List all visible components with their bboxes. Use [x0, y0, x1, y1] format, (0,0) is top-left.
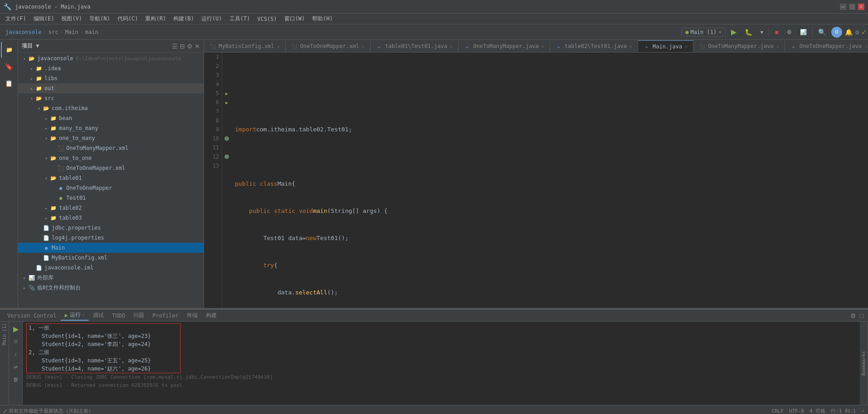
menu-run[interactable]: 运行(U) [198, 14, 226, 24]
close-button[interactable]: ✕ [858, 4, 864, 10]
tree-item-javaconsole[interactable]: 📂 javaconsole E:\IdeaProjects\javapro\ja… [18, 53, 204, 63]
status-indent[interactable]: 4 空格 [809, 408, 825, 414]
tree-item-out[interactable]: 📁 out [18, 83, 204, 93]
tab-onetomanymapper-xml[interactable]: ⬛ OneToManyMapper.java ✕ [693, 40, 785, 52]
menu-nav[interactable]: 导航(N) [86, 14, 114, 24]
menu-tools[interactable]: 工具(T) [226, 14, 254, 24]
bottom-tab-debug[interactable]: 调试 [89, 311, 107, 320]
tab-close-onetomanymapper-xml[interactable]: ✕ [776, 44, 779, 49]
breadcrumb-src[interactable]: src [49, 29, 59, 35]
tree-item-table03[interactable]: 📁 table03 [18, 213, 204, 223]
tree-item-main[interactable]: ● Main [18, 243, 204, 253]
menu-help[interactable]: 帮助(H) [308, 14, 336, 24]
breadcrumb-main[interactable]: Main [65, 29, 78, 35]
breadcrumb-app[interactable]: javaconsole [5, 29, 41, 35]
tree-item-libs[interactable]: 📁 libs [18, 73, 204, 83]
tab-table02-test01[interactable]: ☕ table02\Test01.java ✕ [550, 40, 638, 52]
tree-item-iml[interactable]: 📄 javaconsole.iml [18, 263, 204, 273]
bottom-tab-problems[interactable]: 问题 [130, 311, 148, 320]
tree-item-log4j-props[interactable]: 📄 log4j.properties [18, 233, 204, 243]
tree-item-src[interactable]: 📂 src [18, 93, 204, 103]
console-stop-button[interactable]: ■ [10, 336, 21, 347]
sidebar-hide-button[interactable]: ✕ [195, 43, 200, 50]
tab-close-table01-test01[interactable]: ✕ [450, 44, 453, 49]
project-panel-button[interactable]: 📁 [1, 42, 17, 58]
tree-item-many-to-many[interactable]: 📁 many_to_many [18, 123, 204, 133]
tree-item-onetoone-xml[interactable]: ⬛ OneToOneMapper.xml [18, 163, 204, 173]
tab-close-table02-test01[interactable]: ✕ [629, 44, 632, 49]
tree-item-table01[interactable]: 📂 table01 [18, 173, 204, 183]
search-button[interactable]: 🔍 [815, 28, 829, 37]
menu-build[interactable]: 构建(B) [170, 14, 198, 24]
bookmarks-button[interactable]: 🔖 [1, 58, 17, 75]
console-scroll-button[interactable]: ↕ [10, 349, 21, 360]
run-tab-close[interactable]: ✕ [83, 313, 85, 318]
attach-button[interactable]: ⚙ [784, 28, 795, 36]
minimize-button[interactable]: ─ [840, 4, 846, 10]
tree-item-onetoonemapper[interactable]: ● OneToOneMapper [18, 183, 204, 193]
status-encoding[interactable]: UTF-8 [789, 408, 804, 414]
tab-close-main-java[interactable]: ✕ [685, 44, 688, 49]
coverage-button[interactable]: 📊 [797, 28, 809, 36]
console-output[interactable]: 1, 一班 Student{id=1, name='张三', age=23} S… [23, 322, 860, 405]
menu-edit[interactable]: 编辑(E) [30, 14, 58, 24]
breadcrumb-method[interactable]: main [85, 29, 98, 35]
console-wrap-button[interactable]: ⇌ [10, 361, 21, 372]
tab-onetoonemapper-xml[interactable]: ⬛ OneToOneMapper.xml ✕ [286, 40, 371, 52]
menu-refactor[interactable]: 重构(R) [141, 14, 170, 24]
debug-button[interactable]: 🐛 [742, 28, 755, 37]
tab-mybatisconfig[interactable]: ⬛ MyBatisConfig.xml ✕ [204, 40, 286, 52]
tab-onetomanymapper-java[interactable]: ☕ OneToManyMapper.java ✕ [458, 40, 550, 52]
tree-item-onetomany-xml[interactable]: ⬛ OneToManyMapper.xml [18, 143, 204, 153]
tab-close-onetoonemapper-java[interactable]: ✕ [864, 44, 867, 49]
bottom-tab-build[interactable]: 构建 [202, 311, 220, 320]
tree-item-jdbc-props[interactable]: 📄 jdbc.properties [18, 223, 204, 233]
bottom-settings-button[interactable]: ⚙ [849, 311, 857, 320]
tab-table01-test01[interactable]: ☕ table01\Test01.java ✕ [371, 40, 458, 52]
tree-item-idea[interactable]: 📁 .idea [18, 63, 204, 73]
status-vcs[interactable]: ⑇ 所有文件都处于最新状态（片刻之前） [4, 408, 93, 414]
status-lines[interactable]: 行:1 列:1 [831, 408, 856, 414]
iml-icon: 📄 [35, 264, 43, 271]
tab-onetoonemapper-java[interactable]: ☕ OneToOneMapper.java ✕ [785, 40, 868, 52]
bottom-tab-profiler[interactable]: Profiler [149, 312, 182, 320]
tree-label-javaconsole: javaconsole [37, 55, 73, 62]
tree-item-external-libs[interactable]: 📊 外部库 [18, 273, 204, 283]
console-clear-button[interactable]: 🗑 [10, 374, 21, 385]
tree-item-table02[interactable]: 📁 table02 [18, 203, 204, 213]
console-run-button[interactable]: ▶ [10, 323, 21, 334]
tree-item-scratch[interactable]: 📎 临时文件和控制台 [18, 283, 204, 293]
bottom-tab-todo[interactable]: TODO [108, 312, 129, 320]
code-content[interactable]: import com.itheima.table02.Test01; publi… [231, 53, 868, 308]
tab-close-mybatisconfig[interactable]: ✕ [277, 44, 280, 49]
menu-vcs[interactable]: VCS(S) [254, 15, 280, 23]
tree-item-test01[interactable]: ● Test01 [18, 193, 204, 203]
sidebar-collapse-button[interactable]: ⊟ [180, 43, 185, 50]
tab-close-onetomanymapper-java[interactable]: ✕ [541, 44, 544, 49]
java-icon-main: ● [43, 244, 50, 251]
more-run-button[interactable]: ▾ [758, 28, 766, 36]
bottom-maximize-button[interactable]: □ [859, 311, 864, 320]
bottom-tab-run[interactable]: ▶ 运行 ✕ [61, 310, 88, 321]
bottom-tab-terminal[interactable]: 终端 [183, 311, 201, 320]
sidebar-settings-button[interactable]: ⚙ [187, 43, 193, 50]
run-button[interactable]: ▶ [728, 27, 739, 37]
tree-item-one-to-one[interactable]: 📂 one_to_one [18, 153, 204, 163]
bottom-tab-vcs[interactable]: Version Control [4, 312, 60, 320]
structure-button[interactable]: 📋 [1, 75, 17, 91]
tab-main-java[interactable]: ☕ Main.java ✕ [638, 40, 693, 52]
menu-view[interactable]: 视图(V) [58, 14, 86, 24]
menu-window[interactable]: 窗口(W) [281, 14, 309, 24]
maximize-button[interactable]: □ [849, 4, 855, 10]
menu-code[interactable]: 代码(C) [114, 14, 142, 24]
sidebar-scope-button[interactable]: ☰ [172, 43, 178, 50]
stop-button[interactable]: ■ [772, 28, 781, 37]
tab-close-onetoonemapper-xml[interactable]: ✕ [362, 44, 365, 49]
tree-item-mybatis-config[interactable]: 📄 MyBatisConfig.xml [18, 253, 204, 263]
status-crlf[interactable]: CRLF [771, 408, 784, 414]
tree-item-bean[interactable]: 📁 bean [18, 113, 204, 123]
tree-item-com-itheima[interactable]: 📂 com.itheima [18, 103, 204, 113]
tree-item-one-to-many[interactable]: 📂 one_to_many [18, 133, 204, 143]
menu-file[interactable]: 文件(F) [2, 14, 30, 24]
class-icon-test01: ● [57, 194, 64, 202]
